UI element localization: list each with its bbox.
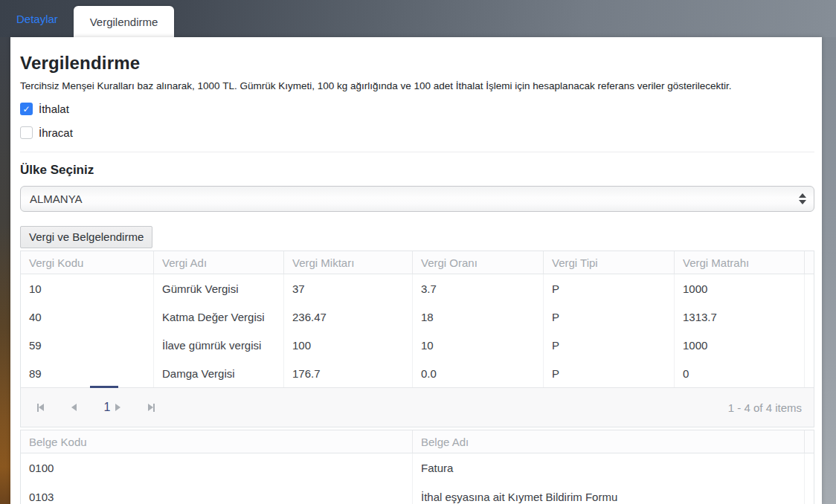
cell-vergi-orani: 0.0 [412, 359, 543, 387]
cell-vergi-tipi: P [543, 359, 674, 387]
background-left-strip [0, 37, 10, 504]
table-row: 0100 Fatura [21, 453, 814, 482]
ihracat-checkbox-row: İhracat [20, 126, 814, 139]
next-page-icon[interactable] [112, 402, 123, 413]
cell-filler [804, 359, 815, 387]
cell-vergi-miktari: 236.47 [283, 303, 412, 331]
column-header-vergi-tipi: Vergi Tipi [543, 251, 674, 274]
cell-vergi-adi: Gümrük Vergisi [153, 274, 283, 303]
cell-filler [804, 482, 815, 504]
cell-filler [804, 274, 815, 303]
table-row: 59 İlave gümrük vergisi 100 10 P 1000 [21, 331, 814, 359]
column-header-belge-adi: Belge Adı [412, 430, 804, 453]
cell-vergi-kodu: 40 [21, 303, 153, 331]
cell-filler [804, 303, 815, 331]
country-select-value: ALMANYA [30, 193, 83, 205]
cell-filler [804, 331, 815, 359]
first-page-icon[interactable] [35, 402, 45, 413]
column-header-vergi-miktari: Vergi Miktarı [283, 251, 412, 274]
cell-vergi-tipi: P [543, 331, 674, 359]
cell-vergi-orani: 10 [412, 331, 543, 359]
cell-vergi-kodu: 10 [21, 274, 153, 303]
column-header-belge-kodu: Belge Kodu [21, 430, 412, 453]
content-panel: Vergilendirme Tercihsiz Menşei Kuralları… [10, 37, 822, 504]
page-description: Tercihsiz Menşei Kuralları baz alınarak,… [20, 80, 814, 91]
cell-vergi-orani: 18 [412, 303, 543, 331]
prev-page-icon[interactable] [68, 402, 79, 413]
cell-vergi-tipi: P [543, 274, 674, 303]
tab-vergilendirme[interactable]: Vergilendirme [74, 6, 174, 37]
cell-vergi-tipi: P [543, 303, 674, 331]
background-right-strip [822, 37, 836, 504]
cell-vergi-miktari: 100 [283, 331, 412, 359]
cell-vergi-adi: Damga Vergisi [153, 359, 283, 387]
last-page-icon[interactable] [146, 402, 156, 413]
cell-vergi-kodu: 89 [21, 359, 153, 387]
column-header-vergi-matrahi: Vergi Matrahı [674, 251, 804, 274]
vergi-ve-belgelendirme-tab[interactable]: Vergi ve Belgelendirme [20, 226, 152, 248]
cell-vergi-matrahi: 0 [674, 359, 804, 387]
tax-table: Vergi Kodu Vergi Adı Vergi Miktarı Vergi… [20, 251, 814, 427]
column-header-vergi-orani: Vergi Oranı [412, 251, 543, 274]
page-title: Vergilendirme [20, 53, 814, 74]
table-row: 40 Katma Değer Vergisi 236.47 18 P 1313.… [21, 303, 814, 331]
cell-vergi-matrahi: 1000 [674, 274, 804, 303]
cell-vergi-orani: 3.7 [412, 274, 543, 303]
cell-vergi-matrahi: 1313.7 [674, 303, 804, 331]
column-header-vergi-kodu: Vergi Kodu [21, 251, 153, 274]
cell-vergi-miktari: 176.7 [283, 359, 412, 387]
cell-filler [804, 453, 815, 482]
pager-info: 1 - 4 of 4 items [728, 401, 802, 414]
ithalat-checkbox-label: İthalat [39, 103, 69, 115]
cell-vergi-adi: Katma Değer Vergisi [153, 303, 283, 331]
column-header-filler [804, 251, 815, 274]
column-header-vergi-adi: Vergi Adı [153, 251, 283, 274]
tab-detaylar[interactable]: Detaylar [16, 0, 58, 37]
cell-belge-adi: İthal eşyasına ait Kıymet Bildirim Formu [412, 482, 804, 504]
cell-belge-kodu: 0100 [21, 453, 412, 482]
column-header-filler [804, 430, 815, 453]
current-page-number[interactable]: 1 [102, 401, 112, 414]
document-table-header-row: Belge Kodu Belge Adı [21, 430, 814, 453]
select-stepper-icon [799, 193, 806, 204]
table-row: 10 Gümrük Vergisi 37 3.7 P 1000 [21, 274, 814, 303]
cell-vergi-adi: İlave gümrük vergisi [153, 331, 283, 359]
cell-belge-adi: Fatura [412, 453, 804, 482]
country-select[interactable]: ALMANYA [20, 186, 814, 212]
cell-vergi-kodu: 59 [21, 331, 153, 359]
cell-belge-kodu: 0103 [21, 482, 412, 504]
horizontal-scrollbar-thumb[interactable] [90, 386, 118, 388]
cell-vergi-matrahi: 1000 [674, 331, 804, 359]
country-section-heading: Ülke Seçiniz [20, 163, 814, 178]
tax-table-pager: 1 1 - 4 of 4 items [21, 387, 814, 427]
divider [20, 152, 814, 152]
ithalat-checkbox[interactable]: ✓ [20, 103, 33, 115]
ithalat-checkbox-row: ✓ İthalat [20, 103, 814, 115]
tax-table-header-row: Vergi Kodu Vergi Adı Vergi Miktarı Vergi… [21, 251, 814, 274]
table-row: 0103 İthal eşyasına ait Kıymet Bildirim … [21, 482, 814, 504]
ihracat-checkbox-label: İhracat [39, 126, 73, 139]
ihracat-checkbox[interactable] [20, 126, 33, 139]
document-table: Belge Kodu Belge Adı 0100 Fatura 0103 İt… [20, 430, 814, 504]
cell-vergi-miktari: 37 [283, 274, 412, 303]
table-row: 89 Damga Vergisi 176.7 0.0 P 0 [21, 359, 814, 387]
